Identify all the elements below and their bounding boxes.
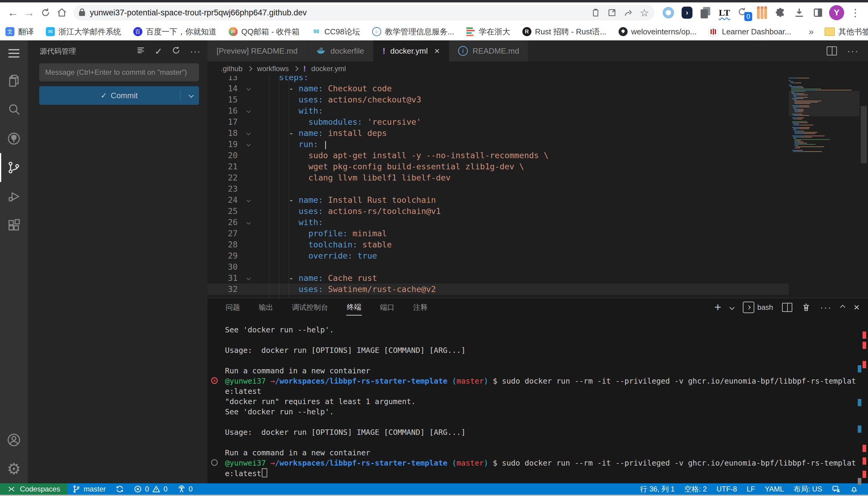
share-icon[interactable]: [624, 8, 633, 17]
bookmark-item[interactable]: 文翻译: [5, 27, 34, 37]
code-line[interactable]: 27 profile: minimal: [208, 228, 789, 239]
remote-indicator[interactable]: Codespaces: [0, 483, 67, 495]
code-line[interactable]: 28 toolchain: stable: [208, 239, 789, 250]
more-actions-icon[interactable]: ···: [190, 46, 201, 56]
editor-tab[interactable]: dockerfile: [307, 41, 373, 61]
bookmark-star-icon[interactable]: ☆: [640, 6, 649, 19]
code-line[interactable]: 31 - name: Cache rust: [208, 273, 789, 283]
code-line[interactable]: 13 steps:: [208, 76, 789, 83]
forward-button[interactable]: →: [21, 4, 38, 21]
bookmark-item[interactable]: weloveinterns/op...: [618, 27, 697, 36]
bookmark-item[interactable]: Learner Dashboar...: [708, 27, 791, 36]
minimap-viewport[interactable]: [789, 91, 859, 116]
ports-indicator[interactable]: 0: [173, 483, 197, 495]
panel-more-actions-icon[interactable]: ···: [820, 302, 832, 312]
terminal-output[interactable]: See 'docker run --help'.Usage: docker ru…: [208, 316, 868, 479]
code-line[interactable]: 30: [208, 261, 789, 273]
run-debug-icon[interactable]: [0, 182, 28, 211]
extension-circle-icon[interactable]: [660, 5, 676, 20]
close-tab-icon[interactable]: ×: [434, 46, 440, 56]
code-line[interactable]: 17 submodules: 'recursive': [208, 116, 789, 127]
downloads-icon[interactable]: [791, 5, 807, 20]
fold-chevron-icon[interactable]: [238, 127, 259, 139]
other-bookmarks[interactable]: 其他书签: [825, 27, 868, 37]
feedback-icon[interactable]: [827, 485, 845, 493]
side-panel-toggle-icon[interactable]: [810, 5, 826, 20]
breadcrumb-folder[interactable]: .github: [221, 64, 242, 73]
problems-indicator[interactable]: 0 0: [129, 483, 173, 495]
code-editor[interactable]: 13 steps:14 - name: Checkout code15 uses…: [208, 76, 868, 298]
code-line[interactable]: 26 with:: [208, 217, 789, 228]
eol-sequence[interactable]: LF: [742, 485, 760, 493]
code-line[interactable]: 15 uses: actions/checkout@v3: [208, 94, 789, 105]
kill-terminal-icon[interactable]: [801, 303, 811, 312]
bookmark-item[interactable]: 98CC98论坛: [312, 27, 360, 37]
code-line[interactable]: 24 - name: Install Rust toolchain: [208, 195, 789, 205]
view-as-list-icon[interactable]: [136, 46, 146, 57]
browser-menu-icon[interactable]: ⋮: [848, 5, 863, 20]
commit-button[interactable]: ✓ Commit: [39, 86, 199, 105]
github-icon[interactable]: [0, 124, 28, 153]
sync-indicator[interactable]: [111, 483, 129, 495]
extensions-icon[interactable]: [0, 211, 28, 240]
bookmark-item[interactable]: 百百度一下，你就知道: [133, 27, 216, 37]
home-button[interactable]: [54, 4, 70, 21]
panel-tab[interactable]: 端口: [379, 299, 395, 315]
reload-button[interactable]: [38, 4, 54, 21]
extension-copy-icon[interactable]: [698, 5, 714, 20]
code-line[interactable]: 18 - name: install deps: [208, 127, 789, 139]
panel-tab[interactable]: 终端: [346, 299, 362, 315]
explorer-icon[interactable]: [0, 66, 28, 95]
split-editor-icon[interactable]: [827, 46, 837, 56]
code-line[interactable]: 14 - name: Checkout code: [208, 83, 789, 94]
source-control-icon[interactable]: [0, 153, 28, 182]
commit-check-icon[interactable]: ✓: [155, 46, 162, 57]
commit-message-input[interactable]: [39, 63, 199, 81]
breadcrumb-file[interactable]: docker.yml: [311, 64, 346, 73]
panel-tab[interactable]: 注释: [413, 299, 428, 315]
code-line[interactable]: 23: [208, 183, 789, 195]
indentation[interactable]: 空格: 2: [679, 484, 712, 494]
bookmark-item[interactable]: 学在浙大: [466, 27, 510, 37]
extension-ammo-icon[interactable]: [754, 5, 770, 20]
code-line[interactable]: 20 sudo apt-get install -y --no-install-…: [208, 150, 789, 161]
back-button[interactable]: ←: [5, 4, 21, 21]
scrollbar-thumb[interactable]: [861, 106, 867, 163]
notifications-bell-icon[interactable]: [845, 485, 863, 493]
refresh-icon[interactable]: [171, 46, 181, 57]
branch-indicator[interactable]: master: [67, 483, 110, 495]
account-icon[interactable]: [0, 425, 28, 454]
panel-tab[interactable]: 问题: [225, 299, 241, 315]
menu-hamburger-icon[interactable]: [0, 41, 28, 66]
new-terminal-icon[interactable]: +: [715, 301, 721, 314]
keyboard-layout[interactable]: 布局: US: [789, 484, 827, 494]
commit-dropdown-icon[interactable]: [189, 93, 194, 98]
profile-avatar[interactable]: Y: [829, 5, 844, 20]
languagetool-icon[interactable]: LT: [717, 5, 732, 20]
fold-chevron-icon[interactable]: [238, 105, 259, 116]
editor-more-actions-icon[interactable]: ···: [847, 46, 859, 56]
encoding[interactable]: UTF-8: [712, 485, 742, 493]
fold-chevron-icon[interactable]: [238, 273, 259, 283]
bookmark-item[interactable]: RRust 招聘 - Rust语...: [522, 27, 607, 37]
panel-tab[interactable]: 输出: [258, 299, 274, 315]
code-line[interactable]: 21 wget pkg-config build-essential zlib1…: [208, 161, 789, 172]
bookmark-item[interactable]: ✉QQ邮箱 - 收件箱: [229, 27, 300, 37]
code-line[interactable]: 32 uses: Swatinem/rust-cache@v2: [208, 283, 789, 295]
bookmark-item[interactable]: ✉浙江大学邮件系统: [46, 27, 121, 37]
editor-tab[interactable]: [Preview] README.md: [208, 41, 307, 61]
code-line[interactable]: 16 with:: [208, 105, 789, 116]
cursor-position[interactable]: 行 36, 列 1: [635, 484, 679, 494]
breadcrumb-folder[interactable]: workflows: [257, 64, 289, 73]
bookmark-item[interactable]: ☆教学管理信息服务...: [372, 27, 454, 37]
editor-scrollbar[interactable]: [859, 76, 868, 298]
open-in-window-icon[interactable]: [608, 8, 616, 17]
maximize-panel-icon[interactable]: [841, 306, 844, 309]
bookmarks-overflow-chevron[interactable]: »: [803, 27, 819, 37]
terminal-shell-item[interactable]: bash: [743, 301, 773, 313]
extension-shield-icon[interactable]: ›: [679, 5, 695, 20]
fold-chevron-icon[interactable]: [238, 195, 259, 205]
panel-tab[interactable]: 调试控制台: [291, 299, 329, 315]
puzzle-extensions-icon[interactable]: [773, 5, 788, 20]
fold-chevron-icon[interactable]: [238, 139, 259, 150]
